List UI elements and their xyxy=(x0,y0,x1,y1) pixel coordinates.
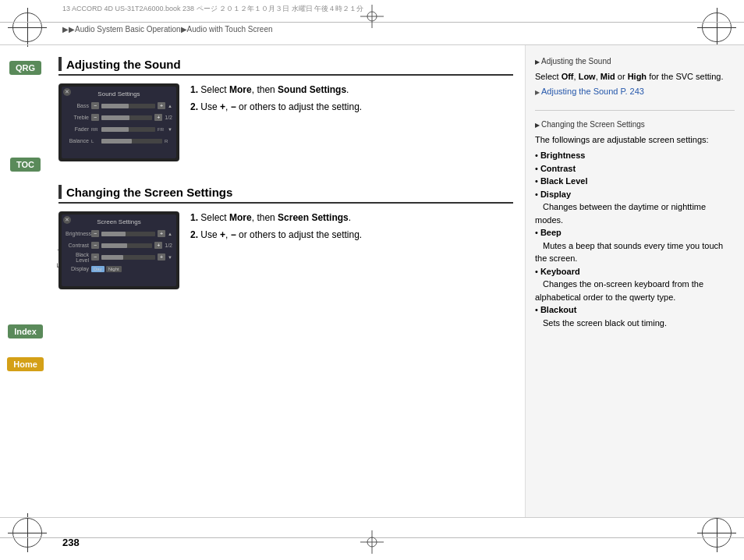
right-divider xyxy=(535,110,735,111)
main-content: Adjusting the Sound ✕ Sound Settings Bas… xyxy=(51,45,744,517)
sidebar-tab-qrg[interactable]: QRG xyxy=(9,61,41,75)
list-item-beep: Beep Mutes a beep that sounds every time… xyxy=(535,226,735,265)
right-section2-intro: The followings are adjustable screen set… xyxy=(535,133,735,147)
right-section1-note: Select Off, Low, Mid or High for the SVC… xyxy=(535,70,735,83)
list-item-contrast: Contrast xyxy=(535,162,735,175)
section2-steps: 1. Select More, then Screen Settings. 2.… xyxy=(190,211,362,246)
sidebar: QRG TOC Features Index Home xyxy=(0,45,51,517)
section2-step2: 2. Use +, − or others to adjust the sett… xyxy=(190,229,362,242)
screen-settings-list: Brightness Contrast Black Level Display … xyxy=(535,149,735,329)
list-item-brightness: Brightness xyxy=(535,149,735,162)
right-section1-heading: Adjusting the Sound xyxy=(535,57,735,66)
section1-steps: 1. Select More, then Sound Settings. 2. … xyxy=(190,83,362,118)
bottom-bar: 238 xyxy=(0,517,744,560)
section1-title: Adjusting the Sound xyxy=(66,58,181,71)
section-screen-settings: Changing the Screen Settings ✕ Screen Se… xyxy=(58,185,513,299)
sidebar-tab-home[interactable]: Home xyxy=(7,357,44,371)
screen-settings-title: Screen Settings xyxy=(66,218,172,225)
section2-header: Changing the Screen Settings xyxy=(58,185,513,204)
right-section1: Adjusting the Sound Select Off, Low, Mid… xyxy=(535,57,735,96)
section1-header: Adjusting the Sound xyxy=(58,57,513,76)
section2-title: Changing the Screen Settings xyxy=(66,186,232,199)
top-bar: ▶▶Audio System Basic Operation▶Audio wit… xyxy=(0,0,744,45)
bottom-center-crosshair xyxy=(360,530,384,554)
top-bar-text: ▶▶Audio System Basic Operation▶Audio wit… xyxy=(62,25,273,34)
right-section2-heading: Changing the Screen Settings xyxy=(535,120,735,129)
left-column: Adjusting the Sound ✕ Sound Settings Bas… xyxy=(51,45,526,517)
list-item-display: Display Changes between the daytime or n… xyxy=(535,188,735,227)
right-column: Adjusting the Sound Select Off, Low, Mid… xyxy=(526,45,744,517)
blackout-desc: Sets the screen black out timing. xyxy=(543,318,667,328)
top-center-crosshair xyxy=(360,5,384,28)
screen-settings-mockup: ✕ Screen Settings Brightness − + ▲ xyxy=(58,211,179,289)
keyboard-desc: Changes the on-screen keyboard from the … xyxy=(535,279,703,302)
sound-settings-mockup: ✕ Sound Settings Bass − + ▲ xyxy=(58,83,179,161)
sound-settings-title: Sound Settings xyxy=(66,90,172,97)
right-section1-link[interactable]: Adjusting the Sound P. 243 xyxy=(535,87,644,96)
display-desc: Changes between the daytime or nighttime… xyxy=(535,202,706,225)
close-icon-2: ✕ xyxy=(63,216,71,224)
sidebar-tab-index[interactable]: Index xyxy=(8,324,43,338)
file-info: 13 ACCORD 4D US-31T2A6000.book 238 ページ ２… xyxy=(62,4,363,14)
close-icon: ✕ xyxy=(63,88,71,96)
list-item-keyboard: Keyboard Changes the on-screen keyboard … xyxy=(535,265,735,304)
section2-bar xyxy=(58,185,62,199)
list-item-black-level: Black Level xyxy=(535,175,735,188)
section2-step1: 1. Select More, then Screen Settings. xyxy=(190,211,362,225)
list-item-blackout: Blackout Sets the screen black out timin… xyxy=(535,303,735,329)
page-number: 238 xyxy=(62,537,80,548)
section-adjusting-sound: Adjusting the Sound ✕ Sound Settings Bas… xyxy=(58,57,513,171)
beep-desc: Mutes a beep that sounds every time you … xyxy=(535,241,723,264)
sidebar-tab-toc[interactable]: TOC xyxy=(10,158,41,172)
section1-bar xyxy=(58,57,62,71)
section1-step2: 2. Use +, − or others to adjust the sett… xyxy=(190,101,362,114)
section1-step1: 1. Select More, then Sound Settings. xyxy=(190,83,362,97)
right-section2: Changing the Screen Settings The followi… xyxy=(535,120,735,330)
